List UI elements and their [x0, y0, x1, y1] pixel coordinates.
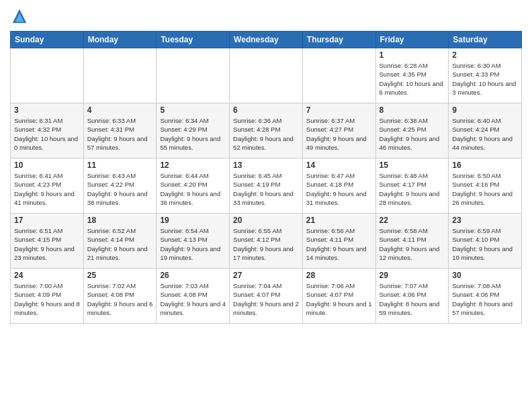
day-info: Sunrise: 7:00 AMSunset: 4:09 PMDaylight:… [14, 281, 80, 317]
day-number: 9 [452, 105, 518, 115]
calendar-cell [302, 48, 375, 103]
calendar-week-row: 24Sunrise: 7:00 AMSunset: 4:09 PMDayligh… [11, 269, 522, 324]
calendar-cell: 4Sunrise: 6:33 AMSunset: 4:31 PMDaylight… [83, 103, 157, 158]
calendar-cell: 3Sunrise: 6:31 AMSunset: 4:32 PMDaylight… [11, 103, 84, 158]
weekday-header: Monday [83, 32, 157, 48]
day-number: 16 [452, 161, 518, 170]
calendar-cell [157, 48, 230, 103]
day-number: 18 [87, 216, 153, 225]
calendar-cell: 9Sunrise: 6:40 AMSunset: 4:24 PMDaylight… [449, 103, 522, 158]
calendar-cell: 16Sunrise: 6:50 AMSunset: 4:16 PMDayligh… [449, 158, 522, 214]
calendar-cell: 6Sunrise: 6:36 AMSunset: 4:28 PMDaylight… [230, 103, 303, 158]
day-info: Sunrise: 6:28 AMSunset: 4:35 PMDaylight:… [380, 61, 445, 97]
day-info: Sunrise: 6:48 AMSunset: 4:17 PMDaylight:… [380, 171, 445, 207]
day-info: Sunrise: 7:06 AMSunset: 4:07 PMDaylight:… [306, 281, 372, 317]
calendar-cell: 1Sunrise: 6:28 AMSunset: 4:35 PMDaylight… [375, 48, 449, 103]
day-info: Sunrise: 6:31 AMSunset: 4:32 PMDaylight:… [14, 116, 80, 152]
day-info: Sunrise: 6:55 AMSunset: 4:12 PMDaylight:… [233, 226, 299, 262]
calendar-week-row: 17Sunrise: 6:51 AMSunset: 4:15 PMDayligh… [11, 214, 522, 269]
day-number: 28 [306, 271, 372, 280]
calendar-cell: 29Sunrise: 7:07 AMSunset: 4:06 PMDayligh… [375, 269, 449, 324]
day-info: Sunrise: 7:03 AMSunset: 4:08 PMDaylight:… [160, 281, 226, 317]
day-info: Sunrise: 6:51 AMSunset: 4:15 PMDaylight:… [14, 226, 80, 262]
day-info: Sunrise: 6:33 AMSunset: 4:31 PMDaylight:… [87, 116, 153, 152]
calendar-cell: 12Sunrise: 6:44 AMSunset: 4:20 PMDayligh… [157, 158, 230, 214]
day-number: 1 [380, 50, 445, 60]
day-info: Sunrise: 6:52 AMSunset: 4:14 PMDaylight:… [87, 226, 153, 262]
day-info: Sunrise: 6:43 AMSunset: 4:22 PMDaylight:… [87, 171, 153, 207]
day-number: 3 [14, 105, 80, 115]
calendar-cell: 28Sunrise: 7:06 AMSunset: 4:07 PMDayligh… [302, 269, 375, 324]
day-info: Sunrise: 6:54 AMSunset: 4:13 PMDaylight:… [160, 226, 226, 262]
day-info: Sunrise: 7:08 AMSunset: 4:06 PMDaylight:… [452, 281, 518, 317]
day-info: Sunrise: 6:59 AMSunset: 4:10 PMDaylight:… [452, 226, 518, 262]
calendar-cell: 24Sunrise: 7:00 AMSunset: 4:09 PMDayligh… [11, 269, 84, 324]
calendar-cell: 26Sunrise: 7:03 AMSunset: 4:08 PMDayligh… [157, 269, 230, 324]
day-info: Sunrise: 6:45 AMSunset: 4:19 PMDaylight:… [233, 171, 299, 207]
day-number: 21 [306, 216, 372, 225]
day-info: Sunrise: 6:47 AMSunset: 4:18 PMDaylight:… [306, 171, 372, 207]
calendar-cell: 2Sunrise: 6:30 AMSunset: 4:33 PMDaylight… [449, 48, 522, 103]
day-info: Sunrise: 6:36 AMSunset: 4:28 PMDaylight:… [233, 116, 299, 152]
calendar-cell: 15Sunrise: 6:48 AMSunset: 4:17 PMDayligh… [375, 158, 449, 214]
calendar-cell: 5Sunrise: 6:34 AMSunset: 4:29 PMDaylight… [157, 103, 230, 158]
calendar-cell [230, 48, 303, 103]
weekday-header: Friday [375, 32, 449, 48]
day-info: Sunrise: 6:44 AMSunset: 4:20 PMDaylight:… [160, 171, 226, 207]
calendar: SundayMondayTuesdayWednesdayThursdayFrid… [10, 31, 522, 324]
weekday-header: Saturday [449, 32, 522, 48]
calendar-week-row: 10Sunrise: 6:41 AMSunset: 4:23 PMDayligh… [11, 158, 522, 214]
calendar-cell: 27Sunrise: 7:04 AMSunset: 4:07 PMDayligh… [230, 269, 303, 324]
day-number: 2 [452, 50, 518, 60]
logo-icon [10, 7, 29, 26]
day-number: 29 [380, 271, 445, 280]
day-info: Sunrise: 7:07 AMSunset: 4:06 PMDaylight:… [380, 281, 445, 317]
calendar-cell: 17Sunrise: 6:51 AMSunset: 4:15 PMDayligh… [11, 214, 84, 269]
logo [10, 7, 32, 26]
calendar-cell: 7Sunrise: 6:37 AMSunset: 4:27 PMDaylight… [302, 103, 375, 158]
day-number: 13 [233, 161, 299, 170]
calendar-cell: 22Sunrise: 6:58 AMSunset: 4:11 PMDayligh… [375, 214, 449, 269]
page: SundayMondayTuesdayWednesdayThursdayFrid… [0, 0, 532, 411]
calendar-cell: 23Sunrise: 6:59 AMSunset: 4:10 PMDayligh… [449, 214, 522, 269]
calendar-cell: 18Sunrise: 6:52 AMSunset: 4:14 PMDayligh… [83, 214, 157, 269]
day-number: 20 [233, 216, 299, 225]
day-number: 14 [306, 161, 372, 170]
weekday-header: Thursday [302, 32, 375, 48]
day-info: Sunrise: 6:38 AMSunset: 4:25 PMDaylight:… [380, 116, 445, 152]
calendar-cell: 11Sunrise: 6:43 AMSunset: 4:22 PMDayligh… [83, 158, 157, 214]
calendar-cell: 14Sunrise: 6:47 AMSunset: 4:18 PMDayligh… [302, 158, 375, 214]
day-info: Sunrise: 6:34 AMSunset: 4:29 PMDaylight:… [160, 116, 226, 152]
calendar-cell: 19Sunrise: 6:54 AMSunset: 4:13 PMDayligh… [157, 214, 230, 269]
day-info: Sunrise: 6:50 AMSunset: 4:16 PMDaylight:… [452, 171, 518, 207]
day-number: 23 [452, 216, 518, 225]
day-number: 11 [87, 161, 153, 170]
calendar-cell [83, 48, 157, 103]
day-info: Sunrise: 7:04 AMSunset: 4:07 PMDaylight:… [233, 281, 299, 317]
day-number: 30 [452, 271, 518, 280]
calendar-cell: 10Sunrise: 6:41 AMSunset: 4:23 PMDayligh… [11, 158, 84, 214]
day-number: 4 [87, 105, 153, 115]
day-number: 6 [233, 105, 299, 115]
header [10, 7, 522, 26]
day-number: 19 [160, 216, 226, 225]
day-number: 27 [233, 271, 299, 280]
calendar-cell: 21Sunrise: 6:56 AMSunset: 4:11 PMDayligh… [302, 214, 375, 269]
calendar-cell: 30Sunrise: 7:08 AMSunset: 4:06 PMDayligh… [449, 269, 522, 324]
day-number: 10 [14, 161, 80, 170]
day-number: 22 [380, 216, 445, 225]
day-number: 24 [14, 271, 80, 280]
weekday-header: Tuesday [157, 32, 230, 48]
calendar-cell: 13Sunrise: 6:45 AMSunset: 4:19 PMDayligh… [230, 158, 303, 214]
day-info: Sunrise: 6:30 AMSunset: 4:33 PMDaylight:… [452, 61, 518, 97]
calendar-cell: 8Sunrise: 6:38 AMSunset: 4:25 PMDaylight… [375, 103, 449, 158]
day-number: 15 [380, 161, 445, 170]
calendar-cell: 25Sunrise: 7:02 AMSunset: 4:08 PMDayligh… [83, 269, 157, 324]
day-number: 5 [160, 105, 226, 115]
day-info: Sunrise: 6:40 AMSunset: 4:24 PMDaylight:… [452, 116, 518, 152]
calendar-week-row: 1Sunrise: 6:28 AMSunset: 4:35 PMDaylight… [11, 48, 522, 103]
weekday-header: Wednesday [230, 32, 303, 48]
calendar-header-row: SundayMondayTuesdayWednesdayThursdayFrid… [11, 32, 522, 48]
calendar-week-row: 3Sunrise: 6:31 AMSunset: 4:32 PMDaylight… [11, 103, 522, 158]
day-number: 17 [14, 216, 80, 225]
